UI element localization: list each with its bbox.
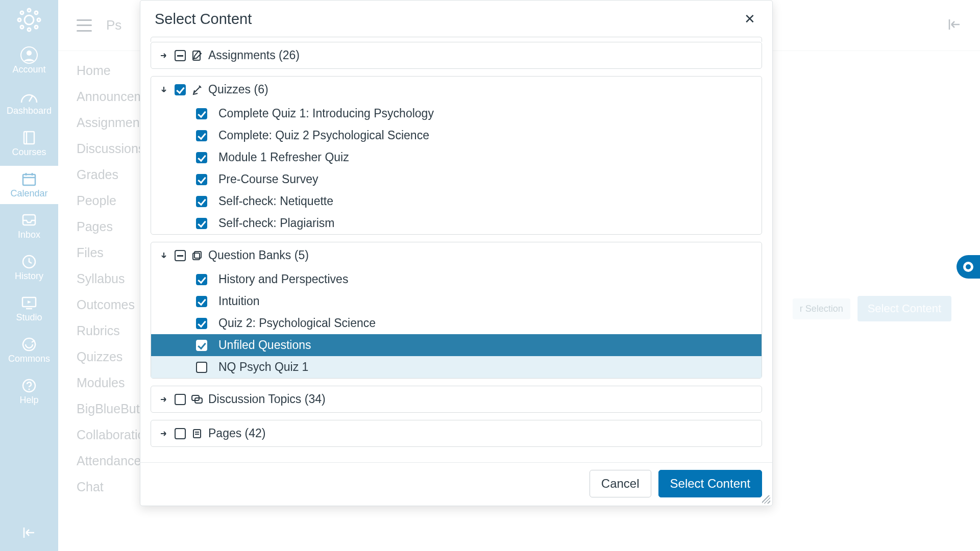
item-checkbox[interactable] (196, 152, 207, 163)
item-checkbox[interactable] (196, 362, 207, 373)
resize-grip-icon[interactable] (762, 495, 770, 504)
quiz-item[interactable]: Complete Quiz 1: Introducing Psychology (151, 103, 762, 124)
quizzes-items: Complete Quiz 1: Introducing Psychology … (151, 103, 762, 234)
group-checkbox-pages[interactable] (175, 428, 186, 439)
item-label: Self-check: Netiquette (218, 194, 333, 208)
quiz-item[interactable]: Self-check: Plagiarism (151, 212, 762, 234)
collapse-arrow-icon[interactable] (158, 84, 169, 95)
assignments-icon (191, 49, 203, 62)
group-assignments: Assignments (26) (151, 42, 762, 69)
item-label: Unfiled Questions (218, 338, 311, 352)
item-checkbox[interactable] (196, 108, 207, 119)
qbank-item[interactable]: Quiz 2: Psychological Science (151, 312, 762, 334)
svg-rect-31 (194, 252, 201, 258)
qbank-item[interactable]: History and Perspectives (151, 268, 762, 290)
group-label: Discussion Topics (34) (208, 392, 326, 406)
quiz-item[interactable]: Self-check: Netiquette (151, 190, 762, 212)
group-header-assignments[interactable]: Assignments (26) (151, 42, 762, 68)
quiz-item[interactable]: Module 1 Refresher Quiz (151, 146, 762, 168)
group-quizzes: Quizzes (6) Complete Quiz 1: Introducing… (151, 76, 762, 235)
item-checkbox[interactable] (196, 274, 207, 285)
group-label: Pages (42) (208, 427, 266, 440)
group-question-banks: Question Banks (5) History and Perspecti… (151, 242, 762, 379)
expand-arrow-icon[interactable] (158, 428, 169, 439)
modal-header: Select Content ✕ (140, 1, 772, 37)
item-checkbox[interactable] (196, 130, 207, 141)
pages-icon (191, 428, 203, 440)
cancel-button[interactable]: Cancel (590, 470, 651, 497)
item-checkbox[interactable] (196, 196, 207, 207)
collapse-arrow-icon[interactable] (158, 250, 169, 261)
help-chat-bubble[interactable] (957, 255, 980, 279)
group-checkbox-discussions[interactable] (175, 394, 186, 405)
quiz-item[interactable]: Complete: Quiz 2 Psychological Science (151, 124, 762, 146)
item-label: Complete: Quiz 2 Psychological Science (218, 129, 429, 142)
item-checkbox[interactable] (196, 218, 207, 229)
quiz-item[interactable]: Pre-Course Survey (151, 168, 762, 190)
svg-rect-30 (193, 253, 200, 260)
qbank-item[interactable]: NQ Psych Quiz 1 (151, 356, 762, 378)
group-label: Quizzes (6) (208, 83, 268, 96)
modal-footer: Cancel Select Content (140, 462, 772, 506)
qbanks-items: History and Perspectives Intuition Quiz … (151, 268, 762, 378)
item-checkbox[interactable] (196, 174, 207, 185)
item-checkbox[interactable] (196, 296, 207, 307)
item-label: Quiz 2: Psychological Science (218, 316, 376, 330)
item-checkbox[interactable] (196, 318, 207, 329)
modal-title: Select Content (155, 11, 252, 28)
group-header-quizzes[interactable]: Quizzes (6) (151, 77, 762, 103)
item-label: Module 1 Refresher Quiz (218, 151, 349, 164)
qbank-item-selected[interactable]: Unfiled Questions (151, 334, 762, 356)
select-content-modal: Select Content ✕ Assignments (26) Quizze… (140, 0, 773, 506)
group-discussions: Discussion Topics (34) (151, 386, 762, 413)
discussion-icon (191, 393, 203, 406)
group-label: Assignments (26) (208, 48, 300, 62)
qbank-item[interactable]: Intuition (151, 290, 762, 312)
select-content-button[interactable]: Select Content (658, 470, 762, 497)
group-checkbox-qbanks[interactable] (175, 250, 186, 261)
question-bank-icon (191, 249, 203, 262)
group-checkbox-assignments[interactable] (175, 50, 186, 61)
group-checkbox-quizzes[interactable] (175, 84, 186, 95)
svg-point-28 (966, 264, 971, 269)
group-header-pages[interactable]: Pages (42) (151, 420, 762, 446)
quiz-icon (191, 84, 203, 96)
close-icon[interactable]: ✕ (742, 11, 758, 28)
item-label: NQ Psych Quiz 1 (218, 360, 308, 374)
item-label: History and Perspectives (218, 272, 348, 286)
expand-arrow-icon[interactable] (158, 50, 169, 61)
modal-body[interactable]: Assignments (26) Quizzes (6) Complete Qu… (140, 37, 772, 462)
item-checkbox[interactable] (196, 340, 207, 351)
group-header-qbanks[interactable]: Question Banks (5) (151, 242, 762, 268)
item-label: Complete Quiz 1: Introducing Psychology (218, 107, 434, 120)
group-label: Question Banks (5) (208, 248, 309, 262)
previous-group-peek (151, 37, 762, 42)
group-pages: Pages (42) (151, 420, 762, 447)
item-label: Pre-Course Survey (218, 172, 318, 186)
group-header-discussions[interactable]: Discussion Topics (34) (151, 386, 762, 412)
item-label: Self-check: Plagiarism (218, 216, 335, 230)
item-label: Intuition (218, 294, 260, 308)
expand-arrow-icon[interactable] (158, 394, 169, 405)
